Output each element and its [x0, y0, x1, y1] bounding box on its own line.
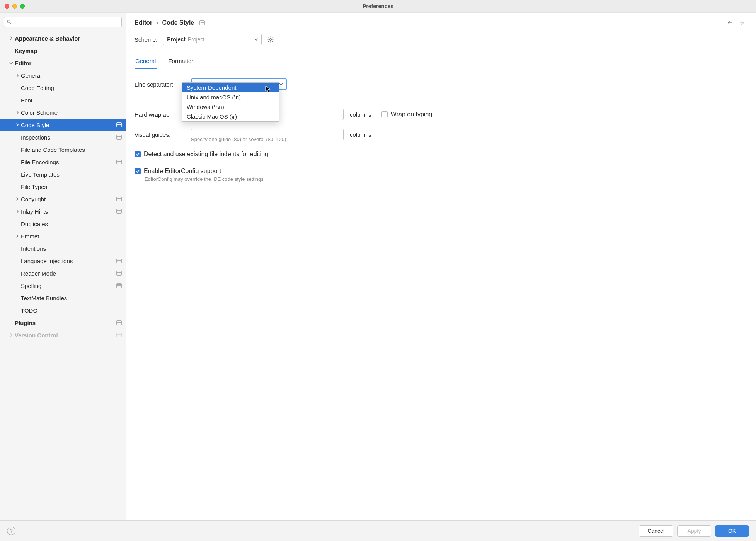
sidebar-item-color-scheme[interactable]: Color Scheme: [0, 106, 126, 119]
sidebar-item-label: Color Scheme: [21, 109, 126, 116]
editorconfig-checkbox[interactable]: Enable EditorConfig support: [135, 168, 221, 175]
sidebar-item-intentions[interactable]: Intentions: [0, 242, 126, 255]
line-separator-option[interactable]: Classic Mac OS (\r): [182, 112, 279, 121]
sidebar-item-reader-mode[interactable]: Reader Mode: [0, 267, 126, 279]
checkbox-icon: [135, 168, 141, 174]
wrap-on-typing-label: Wrap on typing: [391, 111, 432, 118]
sidebar-item-label: Code Style: [21, 122, 116, 128]
tab-formatter[interactable]: Formatter: [167, 55, 194, 69]
sidebar-item-code-style[interactable]: Code Style: [0, 119, 126, 131]
sidebar-item-spelling[interactable]: Spelling: [0, 279, 126, 292]
sidebar-item-keymap[interactable]: Keymap: [0, 44, 126, 57]
sidebar-item-inlay-hints[interactable]: Inlay Hints: [0, 205, 126, 218]
breadcrumb: Editor › Code Style: [135, 19, 726, 26]
project-scope-icon: [199, 20, 205, 25]
chevron-down-icon: [8, 61, 15, 65]
sidebar-item-duplicates[interactable]: Duplicates: [0, 218, 126, 230]
sidebar-item-file-encodings[interactable]: File Encodings: [0, 156, 126, 168]
sidebar-item-general[interactable]: General: [0, 69, 126, 82]
hard-wrap-units: columns: [350, 111, 371, 118]
footer: ? Cancel Apply OK: [0, 520, 756, 541]
sidebar-item-label: File Encodings: [21, 159, 116, 165]
checkbox-icon: [381, 111, 388, 117]
sidebar-item-label: Reader Mode: [21, 270, 116, 277]
sidebar-item-label: Code Editing: [21, 85, 126, 91]
search-icon: [7, 19, 12, 25]
chevron-right-icon: [14, 123, 21, 127]
breadcrumb-parent: Editor: [135, 19, 152, 26]
sidebar-item-label: TODO: [21, 307, 126, 314]
project-scope-icon: [116, 122, 122, 127]
chevron-right-icon: [8, 36, 15, 40]
project-scope-icon: [116, 283, 122, 288]
project-scope-icon: [116, 259, 122, 263]
sidebar-item-inspections[interactable]: Inspections: [0, 131, 126, 143]
scheme-value-bold: Project: [167, 36, 185, 43]
chevron-right-icon: [14, 73, 21, 77]
hard-wrap-label: Hard wrap at:: [135, 111, 185, 118]
chevron-down-icon: [254, 36, 258, 43]
sidebar-item-label: Duplicates: [21, 221, 126, 227]
sidebar-item-emmet[interactable]: Emmet: [0, 230, 126, 242]
maximize-window-icon[interactable]: [20, 4, 25, 9]
sidebar-item-file-types[interactable]: File Types: [0, 180, 126, 193]
sidebar-item-textmate-bundles[interactable]: TextMate Bundles: [0, 292, 126, 304]
line-separator-option[interactable]: Windows (\r\n): [182, 102, 279, 112]
scheme-settings-button[interactable]: [267, 36, 274, 43]
visual-guides-label: Visual guides:: [135, 131, 185, 138]
sidebar-item-live-templates[interactable]: Live Templates: [0, 168, 126, 180]
sidebar-tree[interactable]: Appearance & BehaviorKeymapEditorGeneral…: [0, 31, 126, 520]
sidebar-item-label: Appearance & Behavior: [15, 35, 126, 42]
wrap-on-typing-checkbox[interactable]: Wrap on typing: [381, 111, 432, 118]
ok-button[interactable]: OK: [715, 525, 749, 537]
project-scope-icon: [116, 135, 122, 140]
svg-point-4: [270, 39, 272, 41]
tab-general[interactable]: General: [135, 55, 157, 69]
sidebar-item-plugins[interactable]: Plugins: [0, 316, 126, 329]
sidebar-item-label: Editor: [15, 60, 126, 66]
checkbox-icon: [135, 151, 141, 157]
breadcrumb-current: Code Style: [162, 19, 194, 26]
sidebar-item-file-and-code-templates[interactable]: File and Code Templates: [0, 143, 126, 156]
nav-back-button[interactable]: [726, 19, 734, 27]
sidebar-item-version-control[interactable]: Version Control: [0, 329, 126, 341]
apply-button[interactable]: Apply: [677, 525, 711, 537]
sidebar-item-label: General: [21, 72, 126, 79]
content-area: Appearance & BehaviorKeymapEditorGeneral…: [0, 12, 756, 520]
line-separator-dropdown[interactable]: System-DependentUnix and macOS (\n)Windo…: [182, 82, 279, 122]
close-window-icon[interactable]: [5, 4, 9, 9]
search-input-wrap[interactable]: [4, 17, 122, 27]
sidebar-item-todo[interactable]: TODO: [0, 304, 126, 316]
sidebar-item-appearance-behavior[interactable]: Appearance & Behavior: [0, 32, 126, 44]
sidebar-item-label: Emmet: [21, 233, 126, 240]
sidebar-item-label: Copyright: [21, 196, 116, 202]
project-scope-icon: [116, 209, 122, 214]
minimize-window-icon[interactable]: [12, 4, 17, 9]
sidebar-item-editor[interactable]: Editor: [0, 57, 126, 69]
sidebar-item-label: Font: [21, 97, 126, 104]
project-scope-icon: [116, 320, 122, 325]
detect-indents-checkbox[interactable]: Detect and use existing file indents for…: [135, 151, 268, 158]
nav-forward-button[interactable]: [738, 19, 746, 27]
sidebar-item-copyright[interactable]: Copyright: [0, 193, 126, 205]
chevron-right-icon: [14, 234, 21, 238]
sidebar-item-code-editing[interactable]: Code Editing: [0, 82, 126, 94]
line-separator-option[interactable]: Unix and macOS (\n): [182, 92, 279, 102]
help-button[interactable]: ?: [7, 527, 15, 535]
line-separator-label: Line separator:: [135, 81, 185, 88]
sidebar-item-label: Spelling: [21, 282, 116, 289]
sidebar-item-label: Intentions: [21, 245, 126, 252]
main-panel: Editor › Code Style Scheme: Pr: [126, 13, 756, 520]
sidebar-item-label: Plugins: [15, 320, 116, 326]
sidebar-item-language-injections[interactable]: Language Injections: [0, 255, 126, 267]
search-input[interactable]: [14, 19, 119, 25]
scheme-value-grey: Project: [188, 36, 205, 43]
sidebar-item-label: Inlay Hints: [21, 208, 116, 215]
scheme-select[interactable]: Project Project: [163, 34, 262, 45]
visual-guides-units: columns: [350, 131, 371, 138]
line-separator-option[interactable]: System-Dependent: [182, 83, 279, 92]
cancel-button[interactable]: Cancel: [639, 525, 673, 537]
chevron-right-icon: [14, 209, 21, 213]
sidebar-item-font[interactable]: Font: [0, 94, 126, 106]
svg-line-1: [10, 23, 12, 24]
